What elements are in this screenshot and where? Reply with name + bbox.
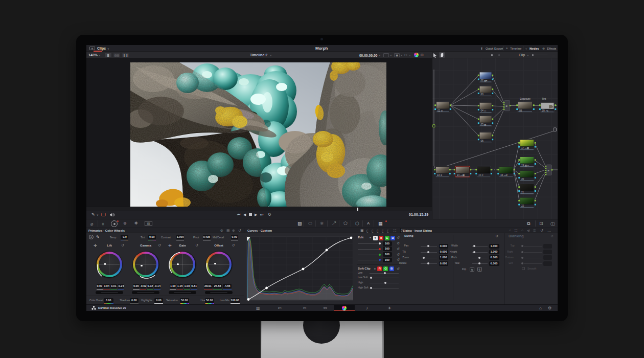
svg-text:14 ▭▦: 14 ▭▦ [457, 174, 465, 176]
svg-text:03: 03 [481, 93, 484, 96]
svg-text:17 ▭▦: 17 ▭▦ [521, 147, 529, 149]
svg-text:01 ⊘: 01 ⊘ [438, 109, 443, 112]
svg-text:05 ▦: 05 ▦ [481, 123, 487, 126]
svg-text:21: 21 [521, 191, 524, 194]
svg-text:06: 06 [481, 140, 484, 142]
svg-text:20: 20 [521, 178, 524, 181]
svg-text:Tint: Tint [542, 97, 546, 100]
svg-text:19 ▦▭: 19 ▦▭ [521, 164, 529, 167]
svg-text:≋: ≋ [505, 104, 508, 107]
svg-text:09 ◔⑆: 09 ◔⑆ [542, 109, 548, 112]
svg-text:22: 22 [521, 205, 524, 207]
svg-text:Exposure: Exposure [520, 97, 531, 100]
svg-text:04 ▭: 04 ▭ [481, 109, 487, 112]
svg-text:08: 08 [519, 109, 522, 112]
svg-text:02 ▦▸: 02 ▦▸ [481, 79, 488, 82]
svg-text:15 ⑆: 15 ⑆ [478, 174, 483, 176]
svg-text:13 ⊘: 13 ⊘ [437, 174, 442, 176]
svg-text:≋: ≋ [547, 169, 549, 172]
svg-text:16 ▭⑆: 16 ▭⑆ [500, 174, 508, 176]
